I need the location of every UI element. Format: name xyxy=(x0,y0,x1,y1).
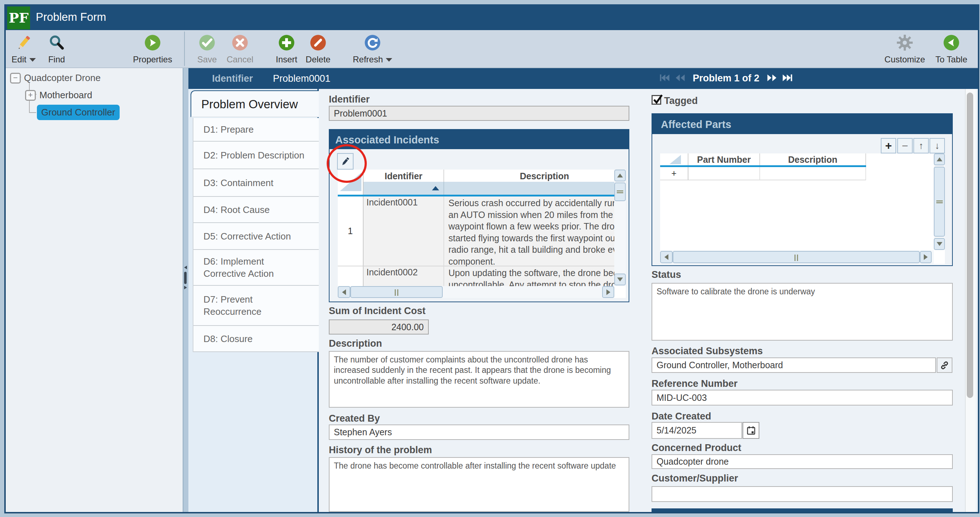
cancel-x-icon xyxy=(215,33,265,52)
status-textarea[interactable]: Software to calibrate the drone is under… xyxy=(652,283,953,341)
sort-ascending-icon xyxy=(432,186,439,190)
tab-d2-problem-description[interactable]: D2: Problem Description xyxy=(193,142,319,169)
hscroll-thumb[interactable] xyxy=(350,286,443,298)
incident-row-2-identifier[interactable]: Incident0002 xyxy=(364,266,444,286)
description-textarea[interactable]: The number of customer complaints about … xyxy=(329,351,629,408)
new-part-description-cell[interactable] xyxy=(760,167,866,180)
tab-d4-root-cause[interactable]: D4: Root Cause xyxy=(193,197,319,223)
remove-part-button[interactable]: − xyxy=(897,138,913,153)
identifier-field[interactable]: Problem0001 xyxy=(329,106,629,121)
structure-tree-panel xyxy=(6,68,183,512)
splitter-handle[interactable] xyxy=(184,272,187,284)
tab-d1-prepare[interactable]: D1: Prepare xyxy=(193,118,319,142)
refresh-button[interactable]: Refresh xyxy=(347,33,398,66)
add-part-button[interactable]: + xyxy=(881,138,896,153)
tab-d7-prevent-reoccurrence[interactable]: D7: Prevent Reoccurrence xyxy=(193,286,319,326)
reference-number-field[interactable]: MID-UC-003 xyxy=(652,390,953,405)
tagged-checkbox[interactable] xyxy=(652,95,661,105)
record-header-value: Problem0001 xyxy=(273,73,331,84)
customer-supplier-field[interactable] xyxy=(652,486,953,502)
tree-item-ground-controller[interactable]: Ground Controller xyxy=(37,105,119,120)
last-record-icon[interactable] xyxy=(782,72,793,85)
new-part-number-cell[interactable] xyxy=(689,167,760,180)
associated-subsystems-field[interactable]: Ground Controller, Motherboard xyxy=(652,357,936,373)
search-icon xyxy=(32,33,82,52)
customize-button[interactable]: Customize xyxy=(880,33,930,66)
created-by-field[interactable]: Stephen Ayers xyxy=(329,424,629,440)
tree-item-motherboard[interactable]: Motherboard xyxy=(40,89,92,101)
sum-of-incident-cost-field[interactable]: 2400.00 xyxy=(329,319,429,335)
tree-collapse-toggle[interactable]: − xyxy=(10,73,21,83)
move-part-down-button[interactable]: ↓ xyxy=(929,138,945,153)
gear-icon xyxy=(880,33,930,52)
tagged-label: Tagged xyxy=(664,96,698,107)
first-record-icon[interactable] xyxy=(659,72,670,85)
checkmark-icon xyxy=(652,94,663,105)
parts-col-part-number[interactable]: Part Number xyxy=(689,153,760,165)
tab-problem-overview[interactable]: Problem Overview xyxy=(191,90,319,117)
associated-incidents-header: Associated Incidents xyxy=(329,130,628,149)
splitter-arrow-down xyxy=(184,286,187,289)
date-created-field[interactable]: 5/14/2025 xyxy=(652,422,742,439)
created-by-label: Created By xyxy=(329,413,380,424)
calendar-icon xyxy=(745,425,757,436)
to-table-button[interactable]: To Table xyxy=(926,33,977,66)
refresh-icon xyxy=(347,33,398,52)
incident-row-2-header[interactable] xyxy=(338,266,364,286)
incidents-col-description[interactable]: Description xyxy=(444,169,614,182)
scroll-right-button[interactable] xyxy=(602,286,614,298)
scroll-up-button[interactable] xyxy=(934,153,945,165)
previous-record-icon[interactable] xyxy=(675,72,686,85)
annotation-circle xyxy=(327,144,367,183)
associated-subsystems-label: Associated Subsystems xyxy=(652,346,763,357)
next-record-icon[interactable] xyxy=(767,72,777,85)
incidents-table: Identifier Description 1 Incident0001 Se… xyxy=(338,169,626,298)
vscroll-thumb[interactable] xyxy=(934,167,945,237)
app-title: Problem Form xyxy=(36,11,106,24)
find-button[interactable]: Find xyxy=(32,33,82,66)
tab-d8-closure[interactable]: D8: Closure xyxy=(193,326,319,352)
hscroll-thumb[interactable] xyxy=(673,251,920,263)
parts-col-description[interactable]: Description xyxy=(760,153,866,165)
incident-row-1-description[interactable]: Serious crash occurred by accidentally r… xyxy=(444,196,614,266)
affected-parts-header: Affected Parts xyxy=(652,114,952,134)
scroll-up-button[interactable] xyxy=(614,169,626,182)
tab-d6-implement-corrective-action[interactable]: D6: Implement Corrective Action xyxy=(193,250,319,286)
link-button[interactable] xyxy=(937,357,953,373)
tab-d5-corrective-action[interactable]: D5: Corrective Action xyxy=(193,223,319,250)
history-textarea[interactable]: The drone has become controllable after … xyxy=(329,457,629,512)
parts-select-all-corner[interactable] xyxy=(660,153,689,165)
title-bar xyxy=(4,4,979,30)
concerned-product-field[interactable]: Quadcopter drone xyxy=(652,454,953,469)
corner-triangle-icon xyxy=(670,155,681,164)
record-pager: Problem 1 of 2 xyxy=(659,72,793,84)
cancel-button[interactable]: Cancel xyxy=(215,33,265,66)
tree-connector xyxy=(29,112,36,113)
scroll-left-button[interactable] xyxy=(660,251,673,263)
scroll-left-button[interactable] xyxy=(338,286,350,298)
page-scrollbar-thumb[interactable] xyxy=(967,93,973,398)
move-part-up-button[interactable]: ↑ xyxy=(913,138,929,153)
incident-row-1-identifier[interactable]: Incident0001 xyxy=(364,196,444,266)
incidents-filter-identifier[interactable] xyxy=(364,182,444,195)
tab-d3-containment[interactable]: D3: Containment xyxy=(193,169,319,197)
incidents-col-identifier[interactable]: Identifier xyxy=(364,169,444,182)
add-part-row[interactable]: + xyxy=(660,167,689,180)
delete-button[interactable]: Delete xyxy=(293,33,343,66)
tab-list: D1: Prepare D2: Problem Description D3: … xyxy=(193,118,319,352)
vscroll-thumb[interactable] xyxy=(614,182,626,201)
properties-button[interactable]: Properties xyxy=(127,33,178,66)
incident-row-1-header[interactable]: 1 xyxy=(338,196,364,266)
affected-parts-table: Part Number Description + xyxy=(660,153,945,264)
status-label: Status xyxy=(652,269,681,280)
tree-item-quadcopter-drone[interactable]: Quadcopter Drone xyxy=(24,72,101,83)
customer-supplier-label: Customer/Supplier xyxy=(652,473,738,484)
circle-arrow-right-icon xyxy=(127,33,178,52)
scroll-down-button[interactable] xyxy=(934,238,945,250)
scroll-down-button[interactable] xyxy=(614,274,626,286)
scroll-right-button[interactable] xyxy=(920,251,932,263)
incident-row-2-description[interactable]: Upon updating the software, the drone be… xyxy=(444,266,614,286)
incidents-filter-description[interactable] xyxy=(444,182,614,195)
tree-expand-toggle[interactable]: + xyxy=(25,90,36,101)
date-picker-button[interactable] xyxy=(743,422,759,439)
